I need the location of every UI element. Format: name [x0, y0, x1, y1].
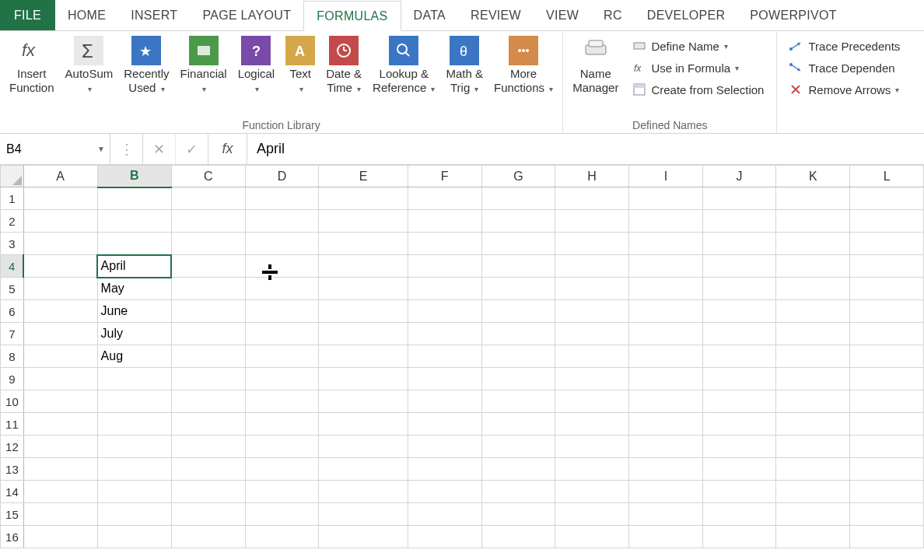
- cell-H13[interactable]: [555, 458, 629, 481]
- cell-I8[interactable]: [629, 345, 703, 368]
- cell-K10[interactable]: [776, 390, 850, 413]
- cell-J2[interactable]: [702, 210, 776, 233]
- cell-C1[interactable]: [171, 187, 245, 210]
- cell-B15[interactable]: [97, 503, 171, 526]
- column-header-A[interactable]: A: [23, 166, 97, 187]
- cell-G14[interactable]: [481, 481, 555, 503]
- cell-I11[interactable]: [629, 413, 703, 436]
- cell-A9[interactable]: [23, 368, 97, 390]
- cell-F11[interactable]: [408, 413, 481, 436]
- cell-K11[interactable]: [776, 413, 850, 436]
- cell-H6[interactable]: [555, 300, 629, 323]
- cell-K7[interactable]: [776, 323, 850, 345]
- cell-A6[interactable]: [23, 300, 97, 323]
- cell-C13[interactable]: [171, 458, 245, 481]
- formula-input[interactable]: [247, 134, 924, 164]
- cell-D2[interactable]: [245, 210, 319, 233]
- cell-H3[interactable]: [555, 233, 629, 255]
- cell-K8[interactable]: [776, 345, 850, 368]
- cell-C16[interactable]: [171, 526, 245, 548]
- row-header-11[interactable]: 11: [1, 413, 24, 436]
- cell-J12[interactable]: [702, 436, 776, 458]
- cell-K4[interactable]: [776, 255, 850, 278]
- cell-A10[interactable]: [23, 390, 97, 413]
- cell-B7[interactable]: July: [97, 323, 171, 345]
- row-header-8[interactable]: 8: [1, 345, 24, 368]
- cell-I2[interactable]: [629, 210, 703, 233]
- cell-F2[interactable]: [408, 210, 481, 233]
- cell-L7[interactable]: [850, 323, 924, 345]
- cell-E1[interactable]: [319, 187, 408, 210]
- math-trig-button[interactable]: θ Math & Trig ▾: [441, 34, 488, 96]
- cell-B4[interactable]: April: [97, 255, 171, 278]
- cell-F4[interactable]: [408, 255, 481, 278]
- cell-E5[interactable]: [319, 278, 408, 300]
- cell-E3[interactable]: [319, 233, 408, 255]
- cell-D8[interactable]: [245, 345, 319, 368]
- cell-G1[interactable]: [481, 187, 555, 210]
- insert-function-fx[interactable]: fx: [208, 134, 247, 164]
- column-header-G[interactable]: G: [481, 166, 555, 187]
- cell-J6[interactable]: [702, 300, 776, 323]
- cell-L4[interactable]: [850, 255, 924, 278]
- cell-I15[interactable]: [629, 503, 703, 526]
- autosum-button[interactable]: Σ AutoSum▾: [61, 34, 118, 96]
- cell-B11[interactable]: [97, 413, 171, 436]
- cell-G15[interactable]: [481, 503, 555, 526]
- cell-F16[interactable]: [408, 526, 481, 548]
- cell-D15[interactable]: [245, 503, 319, 526]
- create-from-selection-button[interactable]: Create from Selection: [628, 79, 768, 100]
- cell-K5[interactable]: [776, 278, 850, 300]
- cell-J10[interactable]: [702, 390, 776, 413]
- cell-J15[interactable]: [702, 503, 776, 526]
- tab-powerpivot[interactable]: POWERPIVOT: [737, 0, 849, 30]
- cell-A4[interactable]: [23, 255, 97, 278]
- cell-D7[interactable]: [245, 323, 319, 345]
- cell-I5[interactable]: [629, 278, 703, 300]
- cell-A13[interactable]: [23, 458, 97, 481]
- cell-I12[interactable]: [629, 436, 703, 458]
- tab-home[interactable]: HOME: [55, 0, 118, 30]
- cell-H2[interactable]: [555, 210, 629, 233]
- cell-G3[interactable]: [481, 233, 555, 255]
- cell-K9[interactable]: [776, 368, 850, 390]
- cell-A3[interactable]: [23, 233, 97, 255]
- cell-E11[interactable]: [319, 413, 408, 436]
- cell-A5[interactable]: [23, 278, 97, 300]
- cell-D5[interactable]: [245, 278, 319, 300]
- cell-F5[interactable]: [408, 278, 481, 300]
- row-header-6[interactable]: 6: [1, 300, 24, 323]
- date-time-button[interactable]: Date & Time ▾: [321, 34, 366, 96]
- tab-developer[interactable]: DEVELOPER: [635, 0, 738, 30]
- cell-E12[interactable]: [319, 436, 408, 458]
- name-box[interactable]: ▼: [0, 134, 110, 164]
- cell-D11[interactable]: [245, 413, 319, 436]
- cell-A8[interactable]: [23, 345, 97, 368]
- cell-B5[interactable]: May: [97, 278, 171, 300]
- column-header-F[interactable]: F: [408, 166, 481, 187]
- cell-B16[interactable]: [97, 526, 171, 548]
- cell-H7[interactable]: [555, 323, 629, 345]
- cell-D14[interactable]: [245, 481, 319, 503]
- cell-C8[interactable]: [171, 345, 245, 368]
- financial-button[interactable]: Financial▾: [176, 34, 232, 96]
- cell-K16[interactable]: [776, 526, 850, 548]
- cell-C6[interactable]: [171, 300, 245, 323]
- select-all-corner[interactable]: [1, 166, 24, 187]
- text-button[interactable]: A Text▾: [281, 34, 320, 96]
- cell-D13[interactable]: [245, 458, 319, 481]
- cell-H4[interactable]: [555, 255, 629, 278]
- cell-C4[interactable]: [171, 255, 245, 278]
- insert-function-button[interactable]: fx Insert Function: [5, 34, 59, 96]
- column-header-J[interactable]: J: [702, 166, 776, 187]
- column-header-D[interactable]: D: [245, 166, 319, 187]
- cell-A16[interactable]: [23, 526, 97, 548]
- cell-I6[interactable]: [629, 300, 703, 323]
- cell-B2[interactable]: [97, 210, 171, 233]
- cell-D6[interactable]: [245, 300, 319, 323]
- cell-H11[interactable]: [555, 413, 629, 436]
- cell-A2[interactable]: [23, 210, 97, 233]
- cell-L3[interactable]: [850, 233, 924, 255]
- row-header-12[interactable]: 12: [1, 436, 24, 458]
- cell-L1[interactable]: [850, 187, 924, 210]
